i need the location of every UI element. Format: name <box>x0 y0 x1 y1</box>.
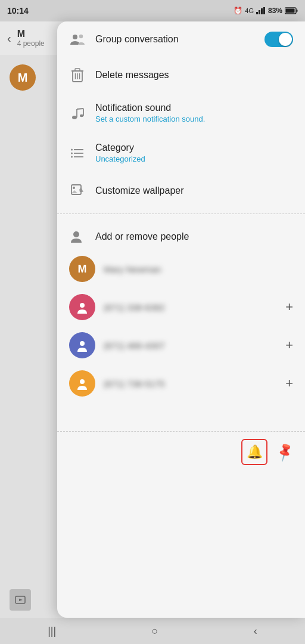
person-add-3[interactable]: + <box>285 338 293 353</box>
customize-wallpaper-label: Customize wallpaper <box>95 185 293 196</box>
svg-point-26 <box>71 152 73 154</box>
notification-sound-sublabel: Set a custom notification sound. <box>95 114 293 123</box>
bars-icon <box>256 7 266 14</box>
svg-rect-6 <box>286 9 295 13</box>
bg-chat-subtitle: 4 people <box>17 39 45 48</box>
battery-percent: 83% <box>268 7 282 15</box>
person-name-4: (671) 738-5175 <box>104 379 277 389</box>
bell-icon: 🔔 <box>247 444 263 460</box>
drawer-bottom-actions: 🔔 📌 <box>57 431 305 472</box>
media-attach-icon[interactable] <box>10 589 31 611</box>
person-avatar-2 <box>69 294 95 320</box>
add-person-icon <box>69 228 86 245</box>
settings-drawer: Group conversation Delete messages <box>57 21 305 618</box>
person-name-3: (671) 466-4307 <box>104 340 277 351</box>
menu-item-customize-wallpaper[interactable]: Customize wallpaper <box>57 173 305 209</box>
menu-item-category[interactable]: Category Uncategorized <box>57 133 305 173</box>
svg-line-21 <box>77 109 83 109</box>
person-item-2[interactable]: (671) 338-6382 + <box>57 288 305 326</box>
battery-icon <box>285 7 298 14</box>
bell-button[interactable]: 🔔 <box>241 439 267 465</box>
person-item-1[interactable]: M Mary Newman <box>57 250 305 288</box>
trash-icon <box>69 67 86 83</box>
person-add-2[interactable]: + <box>285 299 293 315</box>
person-avatar-1: M <box>69 256 95 282</box>
bg-avatar: M <box>10 64 36 91</box>
person-item-4[interactable]: (671) 738-5175 + <box>57 364 305 402</box>
svg-marker-8 <box>19 599 23 601</box>
back-button[interactable]: ‹ <box>7 32 11 45</box>
svg-rect-13 <box>75 69 80 71</box>
signal-icon: 4G <box>245 7 254 14</box>
svg-rect-2 <box>261 8 263 14</box>
people-icon <box>69 31 86 48</box>
svg-point-29 <box>73 187 75 189</box>
svg-rect-3 <box>263 7 265 14</box>
menu-item-delete-messages[interactable]: Delete messages <box>57 57 305 93</box>
music-icon <box>69 105 86 122</box>
bottom-nav: ||| ○ ‹ <box>0 618 305 644</box>
person-add-4[interactable]: + <box>285 376 293 391</box>
svg-rect-5 <box>297 10 298 12</box>
svg-point-33 <box>80 379 85 384</box>
nav-back[interactable]: ‹ <box>254 625 257 637</box>
person-name-1: Mary Newman <box>104 264 293 274</box>
alarm-icon: ⏰ <box>234 7 242 15</box>
svg-point-10 <box>79 35 83 38</box>
category-label: Category <box>95 143 293 153</box>
status-icons: ⏰ 4G 83% <box>234 7 298 15</box>
svg-point-25 <box>71 148 73 150</box>
svg-point-17 <box>72 116 77 119</box>
svg-point-31 <box>80 303 85 308</box>
group-conversation-toggle[interactable] <box>264 32 293 47</box>
bg-chat-title: M <box>17 29 45 39</box>
add-remove-section-header: Add or remove people <box>57 219 305 250</box>
person-avatar-3 <box>69 332 95 358</box>
svg-rect-1 <box>259 10 260 14</box>
pin-button[interactable]: 📌 <box>274 441 295 463</box>
person-item-3[interactable]: (671) 466-4307 + <box>57 326 305 364</box>
svg-rect-0 <box>256 12 258 14</box>
svg-point-32 <box>80 341 85 346</box>
status-bar: 10:14 ⏰ 4G 83% <box>0 0 305 21</box>
svg-point-27 <box>71 156 73 157</box>
nav-recents[interactable]: ||| <box>48 625 56 637</box>
person-name-2: (671) 338-6382 <box>104 302 277 312</box>
category-sublabel: Uncategorized <box>95 154 293 163</box>
status-time: 10:14 <box>7 6 29 16</box>
menu-item-group-conversation[interactable]: Group conversation <box>57 21 305 57</box>
group-conversation-label: Group conversation <box>95 34 255 45</box>
pin-icon: 📌 <box>274 441 295 462</box>
list-icon <box>69 145 86 162</box>
delete-messages-label: Delete messages <box>95 70 293 80</box>
wallpaper-icon <box>69 182 86 199</box>
nav-home[interactable]: ○ <box>152 625 158 637</box>
svg-point-9 <box>73 35 77 39</box>
notification-sound-label: Notification sound <box>95 103 293 113</box>
person-avatar-4 <box>69 370 95 397</box>
add-remove-title: Add or remove people <box>95 231 189 242</box>
menu-item-notification-sound[interactable]: Notification sound Set a custom notifica… <box>57 93 305 133</box>
divider-1 <box>57 213 305 214</box>
svg-point-30 <box>73 231 79 237</box>
